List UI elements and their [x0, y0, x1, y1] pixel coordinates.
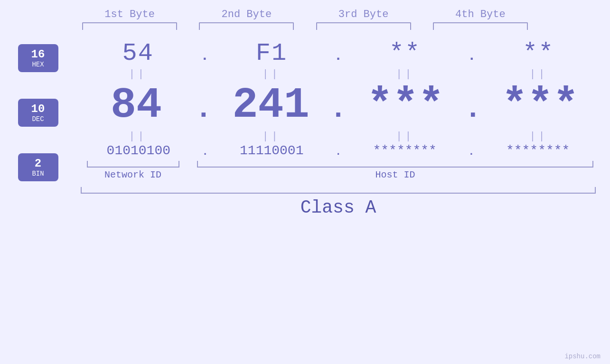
full-bracket-section: Class A — [81, 187, 596, 218]
dot-dec-1: . — [195, 93, 212, 125]
byte4-header: 4th Byte — [428, 9, 533, 20]
dot-hex-2: . — [334, 48, 342, 64]
top-bracket-3 — [316, 22, 411, 30]
hex-b2-cell: F1 — [219, 39, 324, 67]
dec-b2: 241 — [233, 81, 310, 130]
hex-b3: ** — [389, 39, 421, 67]
network-id-section: Network ID — [81, 161, 185, 180]
bin-num: 2 — [24, 157, 53, 170]
top-bracket-4 — [433, 22, 528, 30]
dec-label: DEC — [24, 115, 53, 123]
dec-b2-cell: 241 — [219, 81, 323, 130]
eq-2-b1: || — [85, 131, 190, 142]
byte-headers: 1st Byte 2nd Byte 3rd Byte 4th Byte — [0, 9, 610, 20]
bin-label: BIN — [24, 170, 53, 177]
watermark: ipshu.com — [564, 353, 601, 360]
eq-1-b4: || — [487, 68, 591, 80]
hex-num: 16 — [24, 48, 53, 61]
eq-2-b3: || — [353, 131, 457, 142]
bin-b3: ******** — [373, 143, 437, 158]
dec-b4-cell: *** — [488, 81, 592, 130]
bin-b4-cell: ******** — [486, 143, 590, 158]
class-label: Class A — [81, 197, 596, 218]
dec-row: 84 . 241 . *** . *** — [81, 81, 596, 130]
hex-b3-cell: ** — [353, 39, 457, 67]
bin-row: 01010100 . 11110001 . ******** . *******… — [81, 143, 596, 158]
host-id-section: Host ID — [195, 161, 596, 180]
dot-bin-2: . — [335, 146, 341, 158]
hex-b1: 54 — [122, 39, 154, 67]
network-bracket — [87, 161, 179, 168]
byte2-header: 2nd Byte — [194, 9, 299, 20]
hex-b4-cell: ** — [486, 39, 591, 67]
hex-row: 54 . F1 . ** . ** — [81, 39, 596, 67]
eq-row-1: || || || || — [81, 68, 596, 80]
bin-b2: 11110001 — [240, 143, 303, 158]
top-brackets — [0, 22, 610, 30]
dec-b1: 84 — [111, 81, 162, 130]
eq-1-b2: || — [219, 68, 324, 80]
eq-1-b3: || — [353, 68, 457, 80]
dot-hex-1: . — [200, 48, 209, 64]
bin-b2-cell: 11110001 — [219, 143, 324, 158]
bin-badge: 2 BIN — [18, 153, 58, 181]
hex-b4: ** — [523, 39, 554, 67]
host-bracket — [197, 161, 593, 168]
dot-bin-1: . — [202, 146, 208, 158]
dot-bin-3: . — [468, 146, 474, 158]
dec-b3-cell: *** — [353, 81, 458, 130]
top-bracket-2 — [199, 22, 294, 30]
dot-dec-2: . — [329, 93, 347, 125]
top-bracket-1 — [82, 22, 177, 30]
eq-2-b2: || — [219, 131, 324, 142]
dec-num: 10 — [24, 103, 53, 115]
byte3-header: 3rd Byte — [311, 9, 416, 20]
dec-b4: *** — [502, 81, 579, 130]
bin-b1: 01010100 — [107, 143, 170, 158]
hex-b2: F1 — [256, 39, 287, 67]
host-id-label: Host ID — [375, 169, 415, 180]
left-labels: 16 HEX 10 DEC 2 BIN — [0, 44, 66, 181]
dec-b1-cell: 84 — [84, 81, 188, 130]
byte1-header: 1st Byte — [77, 9, 182, 20]
dot-dec-3: . — [464, 93, 481, 125]
bin-b3-cell: ******** — [353, 143, 457, 158]
eq-2-b4: || — [487, 131, 591, 142]
main-content: 16 HEX 10 DEC 2 BIN 54 . F1 — [0, 35, 610, 218]
hex-label: HEX — [24, 61, 53, 68]
hex-b1-cell: 54 — [86, 39, 190, 67]
dec-badge: 10 DEC — [18, 99, 58, 127]
network-id-label: Network ID — [104, 169, 161, 180]
bin-b1-cell: 01010100 — [86, 143, 191, 158]
eq-row-2: || || || || — [81, 131, 596, 142]
full-bracket — [81, 187, 596, 194]
dec-b3: *** — [367, 81, 444, 130]
eq-1-b1: || — [85, 68, 190, 80]
ip-grid: 54 . F1 . ** . ** || || — [66, 35, 610, 218]
hex-badge: 16 HEX — [18, 44, 58, 72]
bin-b4: ******** — [506, 143, 570, 158]
dot-hex-3: . — [468, 48, 476, 64]
main-container: 1st Byte 2nd Byte 3rd Byte 4th Byte 16 H… — [0, 0, 610, 364]
